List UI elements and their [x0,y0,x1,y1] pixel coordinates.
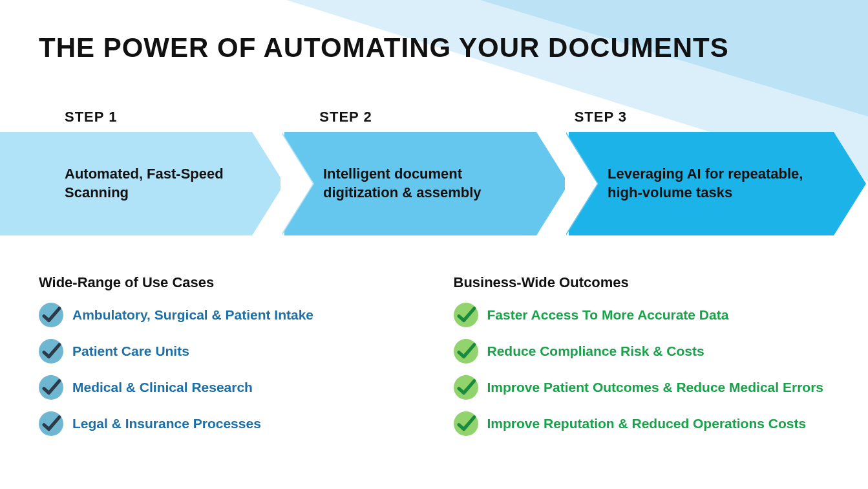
step-labels-row: STEP 1 STEP 2 STEP 3 [39,109,829,125]
step-label-3: STEP 3 [575,109,829,125]
list-item: Medical & Clinical Research [39,375,415,400]
list-item: Reduce Compliance Risk & Costs [454,339,830,364]
outcomes-title: Business-Wide Outcomes [454,274,830,291]
outcome-text: Improve Reputation & Reduced Operations … [487,416,807,431]
check-icon [454,303,478,327]
check-icon [454,411,478,436]
use-case-text: Legal & Insurance Processes [72,416,261,431]
chevron-notch-cut-icon [281,132,313,235]
list-item: Patient Care Units [39,339,415,364]
chevron-tip-icon [834,132,866,235]
check-icon [39,339,63,364]
list-item: Improve Reputation & Reduced Operations … [454,411,830,436]
check-icon [39,375,63,400]
step-chevron-3: Leveraging AI for repeatable, high-volum… [569,132,866,235]
check-icon [39,303,63,327]
step-text-1: Automated, Fast-Speed Scanning [65,165,233,202]
page-title: THE POWER OF AUTOMATING YOUR DOCUMENTS [39,32,829,63]
outcome-text: Reduce Compliance Risk & Costs [487,343,704,359]
step-chevron-2: Intelligent document digitization & asse… [284,132,569,235]
columns: Wide-Range of Use Cases Ambulatory, Surg… [39,274,829,448]
check-icon [454,375,478,400]
step-label-1: STEP 1 [65,109,319,125]
use-cases-column: Wide-Range of Use Cases Ambulatory, Surg… [39,274,415,448]
step-text-3: Leveraging AI for repeatable, high-volum… [608,165,814,202]
outcome-text: Improve Patient Outcomes & Reduce Medica… [487,380,824,395]
use-case-text: Medical & Clinical Research [72,380,253,395]
use-cases-title: Wide-Range of Use Cases [39,274,415,291]
use-case-text: Patient Care Units [72,343,189,359]
chevron-notch-cut-icon [565,132,597,235]
step-label-2: STEP 2 [319,109,574,125]
chevron-tip-icon [252,132,284,235]
step-text-2: Intelligent document digitization & asse… [323,165,517,202]
list-item: Faster Access To More Accurate Data [454,303,830,327]
list-item: Ambulatory, Surgical & Patient Intake [39,303,415,327]
list-item: Improve Patient Outcomes & Reduce Medica… [454,375,830,400]
outcomes-column: Business-Wide Outcomes Faster Access To … [454,274,830,448]
list-item: Legal & Insurance Processes [39,411,415,436]
use-case-text: Ambulatory, Surgical & Patient Intake [72,307,313,323]
chevron-tip-icon [536,132,569,235]
step-chevron-1: Automated, Fast-Speed Scanning [0,132,284,235]
slide-root: THE POWER OF AUTOMATING YOUR DOCUMENTS S… [0,0,868,489]
outcome-text: Faster Access To More Accurate Data [487,307,729,323]
process-arrows: Automated, Fast-Speed Scanning Intellige… [0,132,868,235]
check-icon [454,339,478,364]
check-icon [39,411,63,436]
